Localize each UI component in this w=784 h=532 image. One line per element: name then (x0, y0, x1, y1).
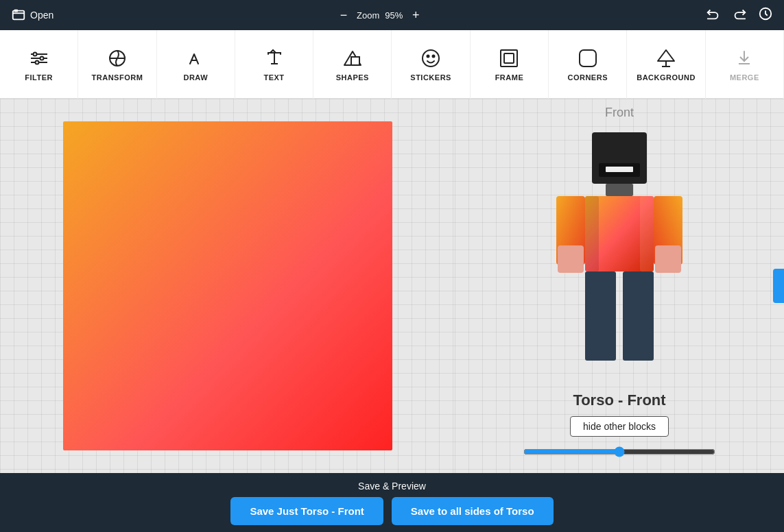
svg-point-6 (33, 52, 36, 56)
svg-rect-19 (501, 50, 517, 66)
tool-shapes[interactable]: SHAPES (313, 30, 392, 99)
stickers-icon (420, 47, 442, 69)
svg-rect-20 (504, 53, 514, 63)
text-icon (263, 47, 285, 69)
svg-rect-0 (13, 11, 25, 20)
canvas-drawing[interactable] (63, 121, 392, 450)
background-icon (655, 47, 677, 69)
history-button[interactable] (758, 6, 773, 25)
tool-transform[interactable]: TRANSFORM (78, 30, 156, 99)
preview-part-name: Torso - Front (573, 391, 665, 409)
shapes-label: SHAPES (336, 73, 369, 82)
torso-highlight-right (640, 196, 654, 271)
tool-filter[interactable]: FILTER (0, 30, 78, 99)
top-bar: Open − Zoom 95% + (0, 0, 784, 30)
text-label: TEXT (263, 73, 284, 82)
corners-label: CORNERS (567, 73, 608, 82)
leg-left (585, 271, 616, 361)
zoom-minus-button[interactable]: − (336, 8, 351, 23)
tool-merge[interactable]: MERGE (706, 30, 784, 99)
open-icon (11, 8, 26, 23)
corners-icon (577, 47, 599, 69)
tool-frame[interactable]: FRAME (471, 30, 549, 99)
zoom-value: 95% (385, 10, 403, 21)
main-content: Front (0, 99, 784, 473)
tool-background[interactable]: BACKGROUND (627, 30, 705, 99)
stickers-label: STICKERS (410, 73, 451, 82)
bottom-buttons: Save Just Torso - Front Save to all side… (230, 497, 553, 525)
draw-label: DRAW (183, 73, 208, 82)
frame-icon (498, 47, 520, 69)
merge-icon (733, 47, 755, 69)
history-icon (758, 6, 773, 21)
arm-right-lower (655, 245, 681, 273)
tool-text[interactable]: TEXT (235, 30, 313, 99)
redo-button[interactable] (732, 6, 747, 25)
bottom-bar: Save & Preview Save Just Torso - Front S… (0, 473, 784, 532)
merge-label: MERGE (730, 73, 759, 82)
save-preview-label: Save & Preview (358, 481, 426, 492)
undo-button[interactable] (706, 6, 721, 25)
neck (606, 184, 633, 196)
redo-icon (732, 6, 747, 21)
arm-left-lower (558, 245, 584, 273)
undo-icon (706, 6, 721, 21)
character-svg (516, 125, 722, 386)
draw-icon (185, 47, 206, 69)
svg-rect-1 (14, 10, 18, 12)
zoom-plus-button[interactable]: + (408, 8, 423, 23)
save-just-front-button[interactable]: Save Just Torso - Front (230, 497, 383, 525)
character-preview (516, 125, 722, 386)
top-bar-left: Open (11, 8, 54, 23)
tool-corners[interactable]: CORNERS (549, 30, 627, 99)
shapes-icon (342, 47, 364, 69)
open-button[interactable]: Open (11, 8, 54, 23)
svg-rect-15 (351, 57, 359, 65)
mouth (606, 167, 633, 172)
filter-icon (28, 47, 50, 69)
save-all-sides-button[interactable]: Save to all sides of Torso (392, 497, 554, 525)
top-bar-right (706, 6, 773, 25)
svg-point-17 (427, 55, 429, 57)
zoom-control: − Zoom 95% + (336, 8, 423, 23)
svg-marker-22 (658, 50, 674, 61)
hide-blocks-button[interactable]: hide other blocks (570, 416, 669, 437)
filter-label: FILTER (25, 73, 53, 82)
frame-label: FRAME (495, 73, 524, 82)
toolbar: FILTER TRANSFORM DRAW TEXT SHAP (0, 30, 784, 99)
svg-point-16 (423, 50, 439, 66)
right-panel-handle[interactable] (773, 269, 784, 303)
tool-stickers[interactable]: STICKERS (392, 30, 470, 99)
open-label: Open (30, 10, 54, 21)
leg-right (623, 271, 654, 361)
transform-label: TRANSFORM (92, 73, 143, 82)
background-label: BACKGROUND (637, 73, 696, 82)
preview-area: Front (455, 99, 784, 473)
svg-point-8 (35, 60, 38, 64)
torso-shadow-left (585, 196, 599, 271)
tool-draw[interactable]: DRAW (157, 30, 235, 99)
svg-point-7 (40, 56, 43, 60)
preview-slider[interactable] (523, 446, 715, 457)
svg-point-18 (433, 55, 435, 57)
preview-side-label: Front (605, 106, 634, 120)
slider-area (523, 446, 715, 457)
canvas-area[interactable] (0, 99, 455, 473)
transform-icon (106, 47, 128, 69)
zoom-label: Zoom (357, 10, 379, 21)
svg-rect-21 (580, 50, 596, 66)
